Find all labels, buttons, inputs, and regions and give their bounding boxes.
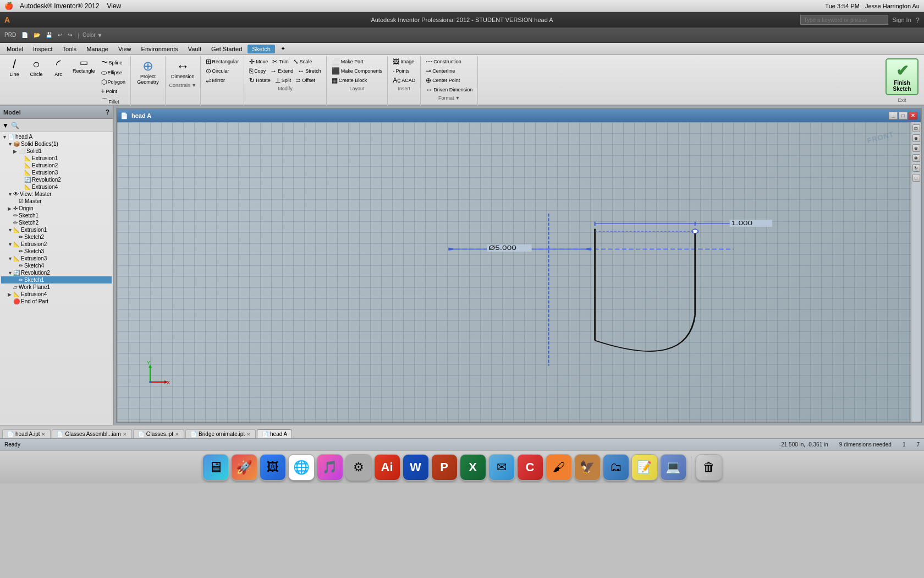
expand-revolution2b[interactable]: ▼ [8,270,13,276]
tab-glasses-ipt-close[interactable]: ✕ [175,432,179,437]
dimension-button[interactable]: ↔ Dimension [169,57,197,81]
expand-solid1[interactable]: ▶ [13,149,19,154]
tab-bridge-ipt[interactable]: 📄 Bridge ornimate.ipt ✕ [185,429,256,438]
tree-item-revolution2a[interactable]: 🔄 Revolution2 [1,176,112,183]
tree-item-solid-bodies[interactable]: ▼ 📦 Solid Bodies(1) [1,140,112,148]
expand-solid-bodies[interactable]: ▼ [8,141,13,147]
line-button[interactable]: / Line [4,57,24,78]
menu-sketch[interactable]: Sketch [248,45,275,53]
polygon-button[interactable]: ⬡Polygon [100,78,128,86]
tree-item-sketch1-sel[interactable]: ✏ Sketch1 [1,276,112,283]
tree-item-revolution2b[interactable]: ▼ 🔄 Revolution2 [1,269,112,276]
rectangular-button[interactable]: ⊞Rectangular [204,57,241,66]
menu-model[interactable]: Model [2,45,28,53]
menu-tools[interactable]: Tools [58,45,81,53]
tree-item-extrusion4[interactable]: 📐 Extrusion4 [1,183,112,190]
rotate-view-button[interactable]: ↻ [912,164,920,172]
tree-item-sketch1a[interactable]: ✏ Sketch1 [1,212,112,219]
expand-head-a[interactable]: ▼ [2,134,8,140]
tree-item-extrusion4b[interactable]: ▶ 📐 Extrusion4 [1,291,112,298]
filter-icon[interactable]: ▼ [2,122,9,129]
stretch-button[interactable]: ↔Stretch [296,67,323,75]
tree-item-sketch2a[interactable]: ✏ Sketch2 [1,219,112,226]
dock-chrome[interactable]: 🌐 [288,454,315,481]
expand-view-master[interactable]: ▼ [8,192,13,197]
tree-item-extrusion2b[interactable]: ▼ 📐 Extrusion2 [1,241,112,248]
dock-launchpad[interactable]: 🚀 [231,454,257,481]
tree-item-sketch2b[interactable]: ✏ Sketch2 [1,233,112,241]
help-icon[interactable]: ? [916,16,920,24]
format-dropdown[interactable]: ▼ [455,95,460,101]
new-button[interactable]: 📄 [19,31,30,39]
circle-button[interactable]: ○ Circle [26,57,46,78]
menu-environments[interactable]: Environments [137,45,183,53]
expand-origin[interactable]: ▶ [8,206,13,211]
arc-button[interactable]: ◜ Arc [48,57,68,78]
maximize-button[interactable]: □ [899,112,908,119]
constrain-dropdown[interactable]: ▼ [191,83,196,88]
finish-sketch-button[interactable]: ✔ Finish Sketch [886,58,919,95]
dock-powerpoint[interactable]: P [431,454,458,481]
menu-get-started[interactable]: Get Started [207,45,246,53]
save-button[interactable]: 💾 [43,31,54,39]
dock-notes[interactable]: 📝 [631,454,658,481]
trim-button[interactable]: ✂Trim [271,57,290,66]
tab-bridge-ipt-close[interactable]: ✕ [246,432,251,437]
tree-item-extrusion3b[interactable]: ▼ 📐 Extrusion3 [1,255,112,262]
tree-item-head-a[interactable]: ▼ 📄 head A [1,133,112,140]
tree-item-extrusion1[interactable]: 📐 Extrusion1 [1,155,112,162]
expand-extrusion1b[interactable]: ▼ [8,227,13,233]
zoom-in-button[interactable]: ⊕ [912,134,920,142]
tree-item-sketch4[interactable]: ✏ Sketch4 [1,262,112,269]
open-button[interactable]: 📂 [31,31,42,39]
dock-cad[interactable]: C [517,454,543,481]
expand-extrusion2b[interactable]: ▼ [8,242,13,247]
search-input[interactable] [800,15,888,25]
offset-button[interactable]: ⊃Offset [294,76,317,85]
dock-brush[interactable]: 🖌 [546,454,572,481]
menu-manage[interactable]: Manage [82,45,113,53]
rectangle-button[interactable]: ▭ Rectangle [70,57,97,75]
move-button[interactable]: ✛Move [248,57,270,66]
dock-photos[interactable]: 🦅 [574,454,601,481]
scale-button[interactable]: ⤡Scale [292,57,314,66]
menu-inspect[interactable]: Inspect [29,45,57,53]
view-menu[interactable]: View [107,2,121,10]
tab-glasses-ipt[interactable]: 📄 Glasses.ipt ✕ [133,429,184,438]
driven-dimension-button[interactable]: ↔Driven Dimension [424,85,474,94]
spline-button[interactable]: 〜Spline [100,57,128,68]
close-button[interactable]: ✕ [909,112,917,119]
extend-button[interactable]: →Extend [268,67,295,75]
ellipse-button[interactable]: ⬭Ellipse [100,68,128,77]
tree-item-work-plane[interactable]: ▱ Work Plane1 [1,283,112,291]
menu-vault[interactable]: Vault [184,45,206,53]
create-block-button[interactable]: ▦Create Block [330,76,384,85]
dock-excel[interactable]: X [460,454,486,481]
tree-item-extrusion2[interactable]: 📐 Extrusion2 [1,162,112,169]
tree-item-extrusion1b[interactable]: ▼ 📐 Extrusion1 [1,226,112,233]
undo-button[interactable]: ↩ [56,31,64,39]
apple-icon[interactable]: 🍎 [4,2,13,10]
tree-item-sketch3[interactable]: ✏ Sketch3 [1,248,112,255]
center-point-button[interactable]: ⊕Center Point [424,76,474,85]
point-button[interactable]: +Point [100,87,128,96]
prd-button[interactable]: PRD [2,31,18,39]
expand-extrusion3b[interactable]: ▼ [8,256,13,261]
dock-settings[interactable]: ⚙ [345,454,372,481]
sidebar-help-icon[interactable]: ? [106,108,109,116]
tree-item-master[interactable]: ☑ Master [1,198,112,205]
acad-button[interactable]: AcACAD [391,76,417,85]
dock-downloads[interactable]: 💻 [660,454,686,481]
tree-item-solid1[interactable]: ▶ ⬜ Solid1 [1,148,112,155]
dock-word[interactable]: W [403,454,429,481]
tab-glasses-iam[interactable]: 📄 Glasses Assembl...iam ✕ [52,429,131,438]
zoom-fit-button[interactable]: ⊡ [912,124,920,132]
tab-glasses-iam-close[interactable]: ✕ [123,432,127,437]
copy-button[interactable]: ⎘Copy [248,67,267,75]
points-button[interactable]: ·Points [391,67,417,75]
make-components-button[interactable]: ⬛Make Components [330,67,384,75]
dock-ai[interactable]: Ai [374,454,400,481]
tab-head-a[interactable]: 📄 head A [257,429,292,438]
app-name-menu[interactable]: Autodesk® Inventor® 2012 [20,2,99,10]
menu-view[interactable]: View [114,45,136,53]
